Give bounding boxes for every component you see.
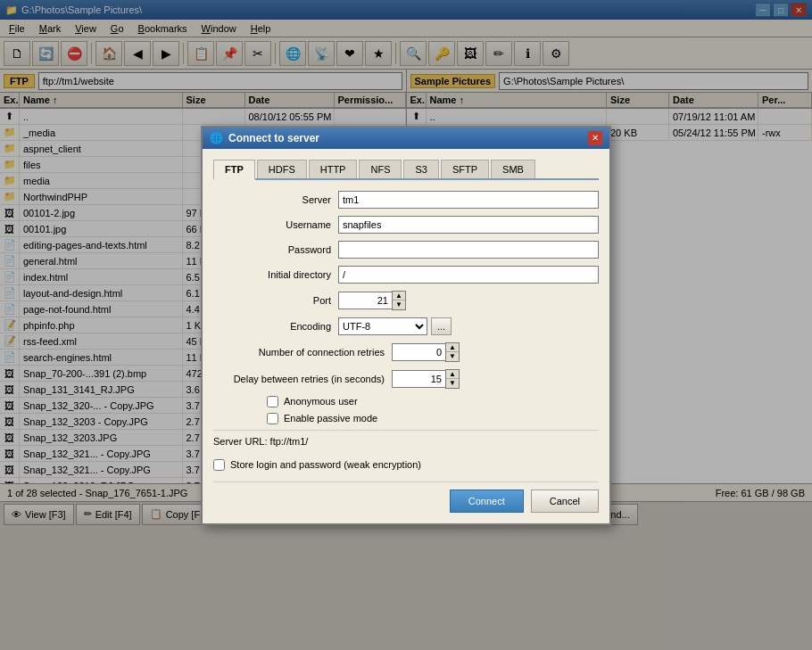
dialog-tab-bar: FTP HDFS HTTP NFS S3 SFTP SMB [213,160,599,180]
tab-ftp[interactable]: FTP [213,160,255,180]
retries-up-button[interactable]: ▲ [446,343,459,352]
port-label: Port [213,295,338,306]
retries-input[interactable] [392,343,445,361]
dialog-title-text: Connect to server [228,132,319,144]
delay-up-button[interactable]: ▲ [446,370,459,379]
retries-spinner: ▲ ▼ [392,342,460,362]
password-label: Password [213,244,338,255]
delay-input[interactable] [392,370,445,388]
server-row: Server [213,191,599,209]
tab-http[interactable]: HTTP [309,160,358,178]
tab-hdfs[interactable]: HDFS [257,160,307,178]
username-input[interactable] [338,216,599,234]
passive-row: Enable passive mode [213,413,599,424]
delay-down-button[interactable]: ▼ [446,379,459,388]
connect-button[interactable]: Connect [450,490,524,513]
password-input[interactable] [338,241,599,259]
passive-label: Enable passive mode [284,413,377,424]
password-row: Password [213,241,599,259]
port-up-button[interactable]: ▲ [393,292,405,300]
dialog-title-bar: 🌐 Connect to server ✕ [203,128,609,149]
initdir-input[interactable] [338,266,599,284]
encoding-select[interactable]: UTF-8 [338,317,427,335]
encoding-dots-button[interactable]: ... [431,317,452,335]
anonymous-label: Anonymous user [284,396,358,407]
port-spinner: ▲ ▼ [338,291,406,310]
connect-dialog: 🌐 Connect to server ✕ FTP HDFS HTTP NFS … [201,126,611,525]
passive-checkbox[interactable] [267,413,278,424]
store-login-checkbox[interactable] [213,459,225,471]
retries-label: Number of connection retries [213,347,392,358]
tab-s3[interactable]: S3 [403,160,438,178]
port-input[interactable] [338,292,392,309]
store-login-label: Store login and password (weak encryptio… [230,459,421,470]
anonymous-checkbox[interactable] [267,396,278,407]
retries-row: Number of connection retries ▲ ▼ [213,342,599,362]
server-url: Server URL: ftp://tm1/ [213,430,599,452]
delay-label: Delay between retries (in seconds) [213,374,392,384]
encoding-row: Encoding UTF-8 ... [213,317,599,335]
initdir-row: Initial directory [213,266,599,284]
tab-smb[interactable]: SMB [491,160,535,178]
encoding-label: Encoding [213,321,338,332]
initdir-label: Initial directory [213,269,338,280]
server-input[interactable] [338,191,599,209]
username-label: Username [213,219,338,230]
tab-nfs[interactable]: NFS [359,160,402,178]
tab-sftp[interactable]: SFTP [441,160,489,178]
server-label: Server [213,194,338,205]
retries-down-button[interactable]: ▼ [446,352,459,361]
dialog-close-button[interactable]: ✕ [588,131,602,145]
anonymous-row: Anonymous user [213,396,599,407]
cancel-button[interactable]: Cancel [531,490,599,513]
port-row: Port ▲ ▼ [213,291,599,310]
dialog-icon: 🌐 [210,132,223,144]
port-down-button[interactable]: ▼ [393,300,405,309]
store-login-row: Store login and password (weak encryptio… [213,459,599,471]
delay-spinner: ▲ ▼ [392,369,460,389]
dialog-overlay: 🌐 Connect to server ✕ FTP HDFS HTTP NFS … [0,0,812,650]
dialog-buttons: Connect Cancel [213,481,599,513]
username-row: Username [213,216,599,234]
delay-row: Delay between retries (in seconds) ▲ ▼ [213,369,599,389]
